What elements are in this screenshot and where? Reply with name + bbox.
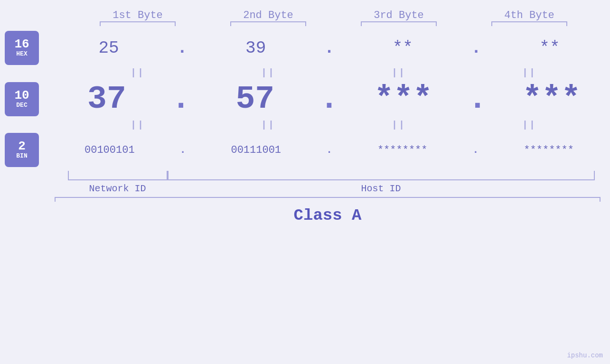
eq6: || [221, 120, 316, 131]
dec-dot1: . [171, 81, 191, 117]
byte-headers: 1st Byte 2nd Byte 3rd Byte 4th Byte [73, 9, 595, 22]
bin-byte3: ******** [355, 144, 450, 156]
eq7: || [351, 120, 446, 131]
byte3-header: 3rd Byte [351, 9, 446, 22]
byte4-bracket [491, 21, 567, 22]
eq4: || [482, 67, 577, 78]
host-id-label: Host ID [168, 183, 595, 194]
bin-byte4: ******** [501, 144, 596, 156]
eq5: || [90, 120, 185, 131]
bin-dot3: . [472, 144, 479, 156]
watermark: ipshu.com [567, 352, 603, 359]
dec-values: 37 . 57 . *** . *** [39, 81, 610, 117]
dec-row: 10 DEC 37 . 57 . *** . *** [0, 81, 610, 117]
hex-values: 25 . 39 . ** . ** [39, 38, 610, 58]
bin-row: 2 BIN 00100101 . 00111001 . ******** . *… [0, 133, 610, 167]
eq1: || [90, 67, 185, 78]
host-id-bracket [168, 171, 595, 180]
bin-byte1: 00100101 [62, 144, 157, 156]
hex-byte4: ** [502, 38, 597, 58]
equals-row-2: || || || || [73, 117, 595, 133]
eq2: || [221, 67, 316, 78]
dec-byte2: 57 [207, 81, 302, 117]
hex-row: 16 HEX 25 . 39 . ** . ** [0, 31, 610, 65]
byte3-bracket [361, 21, 437, 22]
hex-dot1: . [177, 38, 188, 58]
class-label: Class A [55, 206, 601, 224]
dec-byte4: *** [504, 81, 599, 117]
network-id-label: Network ID [68, 183, 168, 194]
hex-badge: 16 HEX [5, 31, 39, 65]
dec-badge: 10 DEC [5, 82, 39, 116]
hex-byte1: 25 [61, 38, 156, 58]
eq8: || [482, 120, 577, 131]
hex-byte3: ** [355, 38, 450, 58]
hex-dot2: . [324, 38, 335, 58]
hex-byte2: 39 [208, 38, 303, 58]
main-container: 1st Byte 2nd Byte 3rd Byte 4th Byte 16 H… [0, 0, 610, 364]
bin-badge: 2 BIN [5, 133, 39, 167]
dec-dot2: . [319, 81, 339, 117]
dec-byte3: *** [356, 81, 451, 117]
byte2-bracket [230, 21, 306, 22]
dec-dot3: . [468, 81, 487, 117]
network-id-bracket [68, 171, 168, 180]
bin-values: 00100101 . 00111001 . ******** . *******… [39, 144, 610, 156]
eq3: || [351, 67, 446, 78]
byte2-header: 2nd Byte [221, 9, 316, 22]
byte4-header: 4th Byte [482, 9, 577, 22]
bin-dot2: . [326, 144, 332, 156]
byte1-header: 1st Byte [90, 9, 185, 22]
bin-byte2: 00111001 [208, 144, 303, 156]
hex-dot3: . [471, 38, 481, 58]
bin-dot1: . [179, 144, 186, 156]
byte1-bracket [100, 21, 176, 22]
equals-row-1: || || || || [73, 65, 595, 81]
overall-bracket [55, 197, 601, 198]
dec-byte1: 37 [59, 81, 154, 117]
